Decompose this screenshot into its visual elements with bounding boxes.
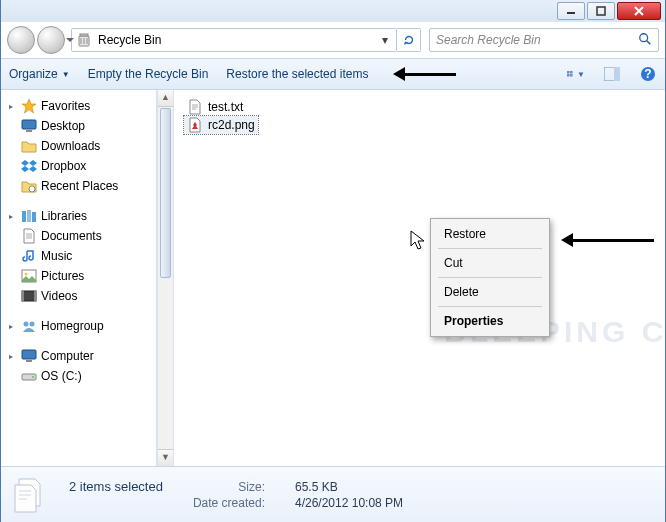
svg-marker-14 — [22, 99, 36, 113]
svg-rect-3 — [80, 34, 88, 36]
explorer-body: ▸ Favorites Desktop Downloads Dropbox — [1, 90, 665, 466]
svg-rect-8 — [567, 74, 570, 77]
folder-icon — [21, 138, 37, 154]
homegroup-icon — [21, 318, 37, 334]
explorer-window: Recycle Bin ▾ Search Recycle Bin Organiz… — [0, 0, 666, 522]
drive-icon — [21, 368, 37, 384]
close-button[interactable] — [617, 2, 661, 20]
address-bar[interactable]: Recycle Bin ▾ — [71, 28, 397, 52]
dropbox-icon — [21, 158, 37, 174]
nav-back-forward — [7, 26, 65, 54]
svg-rect-16 — [26, 130, 32, 132]
sidebar-item-recent-places[interactable]: Recent Places — [3, 176, 154, 196]
context-delete[interactable]: Delete — [434, 280, 546, 304]
view-options-button[interactable]: ▼ — [567, 65, 585, 83]
svg-rect-25 — [34, 291, 36, 301]
recent-places-icon — [21, 178, 37, 194]
annotation-arrow — [554, 234, 654, 246]
sidebar-item-dropbox[interactable]: Dropbox — [3, 156, 154, 176]
context-separator — [438, 248, 542, 249]
status-size-value: 65.5 KB — [295, 480, 403, 494]
sidebar-scrollbar[interactable]: ▲ ▼ — [157, 90, 174, 466]
search-icon — [638, 32, 652, 49]
help-button[interactable]: ? — [639, 65, 657, 83]
status-size-label: Size: — [193, 480, 265, 494]
navigation-bar: Recycle Bin ▾ Search Recycle Bin — [1, 22, 665, 58]
sidebar-section-libraries[interactable]: ▸ Libraries — [3, 206, 154, 226]
file-name: rc2d.png — [208, 118, 255, 132]
status-selection: 2 items selected — [69, 479, 163, 494]
desktop-icon — [21, 118, 37, 134]
recycle-bin-icon — [76, 32, 92, 48]
file-item[interactable]: test.txt — [184, 98, 246, 116]
sidebar-section-computer[interactable]: ▸ Computer — [3, 346, 154, 366]
preview-pane-button[interactable] — [603, 65, 621, 83]
file-list-pane[interactable]: test.txt rc2d.png Bleeping Computer Rest… — [174, 90, 665, 466]
status-date-value: 4/26/2012 10:08 PM — [295, 496, 403, 510]
minimize-button[interactable] — [557, 2, 585, 20]
document-icon — [21, 228, 37, 244]
svg-point-27 — [30, 322, 35, 327]
sidebar-section-favorites[interactable]: ▸ Favorites — [3, 96, 154, 116]
svg-rect-15 — [22, 120, 36, 129]
svg-rect-23 — [22, 291, 36, 301]
sidebar-section-homegroup[interactable]: ▸ Homegroup — [3, 316, 154, 336]
scroll-down-button[interactable]: ▼ — [158, 449, 173, 466]
svg-point-17 — [29, 186, 35, 192]
scroll-thumb[interactable] — [160, 108, 171, 278]
context-separator — [438, 277, 542, 278]
sidebar-item-pictures[interactable]: Pictures — [3, 266, 154, 286]
multi-file-icon — [13, 477, 55, 513]
context-properties[interactable]: Properties — [434, 309, 546, 333]
svg-rect-20 — [32, 212, 36, 222]
svg-rect-1 — [597, 7, 605, 15]
svg-rect-24 — [22, 291, 24, 301]
svg-rect-6 — [567, 71, 570, 74]
title-bar — [1, 0, 665, 22]
search-box[interactable]: Search Recycle Bin — [429, 28, 659, 52]
context-restore[interactable]: Restore — [434, 222, 546, 246]
forward-button[interactable] — [37, 26, 65, 54]
details-pane: 2 items selected Size: 65.5 KB Date crea… — [1, 466, 665, 522]
svg-text:?: ? — [644, 67, 651, 81]
star-icon — [21, 98, 37, 114]
breadcrumb-dropdown[interactable]: ▾ — [378, 33, 392, 47]
file-name: test.txt — [208, 100, 243, 114]
svg-point-31 — [32, 376, 34, 378]
context-cut[interactable]: Cut — [434, 251, 546, 275]
context-menu: Restore Cut Delete Properties — [430, 218, 550, 337]
svg-rect-19 — [27, 210, 31, 222]
svg-point-4 — [640, 33, 648, 41]
music-icon — [21, 248, 37, 264]
libraries-icon — [21, 208, 37, 224]
maximize-button[interactable] — [587, 2, 615, 20]
sidebar-item-os-c-drive[interactable]: OS (C:) — [3, 366, 154, 386]
status-date-label: Date created: — [193, 496, 265, 510]
context-separator — [438, 306, 542, 307]
scroll-up-button[interactable]: ▲ — [158, 90, 173, 107]
svg-line-5 — [647, 40, 651, 44]
command-bar: Organize▼ Empty the Recycle Bin Restore … — [1, 58, 665, 90]
sidebar-item-downloads[interactable]: Downloads — [3, 136, 154, 156]
cursor-icon — [410, 230, 428, 252]
svg-point-22 — [25, 273, 28, 276]
empty-recycle-bin-button[interactable]: Empty the Recycle Bin — [88, 67, 209, 81]
svg-rect-7 — [570, 71, 573, 74]
svg-rect-28 — [22, 350, 36, 359]
breadcrumb-text: Recycle Bin — [98, 33, 161, 47]
file-item[interactable]: rc2d.png — [184, 116, 258, 134]
restore-selected-button[interactable]: Restore the selected items — [226, 67, 368, 81]
svg-rect-18 — [22, 211, 26, 222]
sidebar-item-music[interactable]: Music — [3, 246, 154, 266]
pictures-icon — [21, 268, 37, 284]
svg-rect-9 — [570, 74, 573, 77]
svg-rect-29 — [26, 360, 32, 362]
sidebar-item-documents[interactable]: Documents — [3, 226, 154, 246]
videos-icon — [21, 288, 37, 304]
back-button[interactable] — [7, 26, 35, 54]
organize-menu[interactable]: Organize▼ — [9, 67, 70, 81]
navigation-pane: ▸ Favorites Desktop Downloads Dropbox — [1, 90, 157, 466]
refresh-button[interactable] — [397, 28, 421, 52]
sidebar-item-desktop[interactable]: Desktop — [3, 116, 154, 136]
sidebar-item-videos[interactable]: Videos — [3, 286, 154, 306]
